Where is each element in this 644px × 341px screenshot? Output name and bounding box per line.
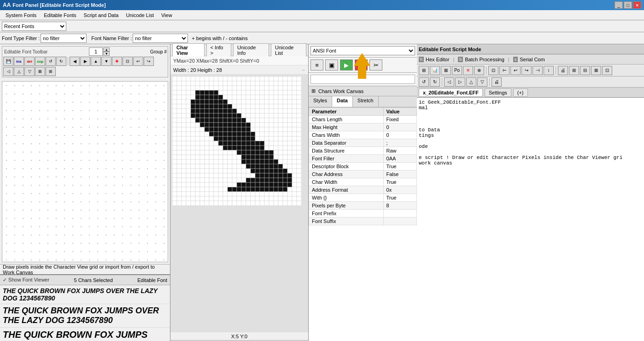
batch-label[interactable]: Batch Processing (465, 57, 504, 62)
far-right-content[interactable]: ic Geek_20Editable_Font.EFFmal to Datati… (417, 98, 644, 341)
fr-btn-10[interactable]: ↪ (521, 66, 532, 75)
begins-with-label: + begins with / - contains (192, 35, 247, 41)
fr-btn-4[interactable]: Po (452, 66, 462, 75)
fr-btn-14[interactable]: ⊞ (569, 66, 579, 75)
minimize-button[interactable]: _ (615, 1, 623, 9)
tab-info[interactable]: < Info > (206, 43, 231, 57)
load-btn[interactable]: 💾 (3, 57, 13, 66)
serial-label[interactable]: Serial Com (520, 57, 544, 62)
table-cell: Font Filler (309, 155, 384, 163)
menu-editable-fonts[interactable]: Editable Fonts (40, 12, 80, 19)
group-spinner[interactable]: ▲ ▼ (89, 47, 110, 56)
btn-a[interactable]: ✚ (112, 57, 122, 66)
delete-btn[interactable]: del (24, 57, 35, 66)
font-type-filter-dropdown[interactable]: no filter (41, 34, 87, 43)
fr-btn-9[interactable]: ↩ (510, 66, 521, 75)
menu-script-data[interactable]: Script and Data (80, 12, 123, 19)
code-line (419, 116, 642, 122)
tab-unicode-list[interactable]: Unicode List (271, 43, 306, 57)
table-row: Font Prefix (309, 210, 417, 218)
fr-btn-7[interactable]: ⊡ (488, 66, 498, 75)
tab-add[interactable]: (+) (513, 88, 528, 97)
fr-btn-d[interactable]: ▽ (477, 77, 487, 87)
table-row: Data StructureRaw (309, 147, 417, 155)
far-right-file-tabs: x_20Editable_Font.EFF Settings (+) (417, 88, 644, 98)
group-label: Group # (150, 49, 167, 54)
group-input[interactable] (89, 47, 103, 56)
btn-h[interactable]: ⊠ (35, 67, 45, 76)
data-tabs: Styles Data Stretch (309, 96, 417, 107)
show-font-viewer-check[interactable]: ✓ Show Font Viewer (3, 277, 49, 283)
menu-view[interactable]: View (158, 12, 176, 19)
spin-up[interactable]: ▲ (103, 47, 110, 52)
table-cell: True (383, 178, 416, 186)
scissors-btn[interactable]: ✂ (369, 59, 382, 71)
info-btn[interactable]: ▣ (325, 59, 338, 71)
tab-settings[interactable]: Settings (485, 88, 511, 97)
fr-btn-17[interactable]: ⊡ (602, 66, 612, 75)
btn-c[interactable]: ↩ (133, 57, 143, 66)
fr-btn-5[interactable]: ✕ (463, 66, 473, 75)
tab-unicode-info[interactable]: Unicode Info (233, 43, 269, 57)
right-btn[interactable]: ▶ (80, 57, 90, 66)
tab-styles[interactable]: Styles (309, 96, 332, 107)
fr-btn-2[interactable]: 📊 (430, 66, 440, 75)
fr-btn-undo[interactable]: ↺ (419, 77, 429, 87)
right-search-input[interactable] (310, 75, 415, 84)
copy-btn[interactable]: cop (35, 57, 45, 66)
char-grid-canvas[interactable] (2, 81, 168, 262)
btn-d[interactable]: ↪ (144, 57, 154, 66)
maximize-button[interactable]: □ (624, 1, 632, 9)
stop-btn[interactable]: ⏹ (355, 59, 368, 71)
char-pixel-grid-area[interactable] (170, 75, 308, 332)
char-size-bar: Width : 20 Heigth : 28 ↔ (170, 65, 308, 75)
left-btn[interactable]: ◀ (70, 57, 80, 66)
btn-b[interactable]: ⊡ (123, 57, 133, 66)
hex-editor-label[interactable]: Hex Editor (426, 57, 449, 62)
recent-fonts-dropdown[interactable]: Recent Fonts (2, 22, 66, 31)
undo-btn[interactable]: ↺ (46, 57, 56, 66)
fr-btn-6[interactable]: ⊕ (474, 66, 484, 75)
down-btn[interactable]: ▼ (101, 57, 111, 66)
play-btn[interactable]: ▶ (340, 59, 353, 71)
code-line (419, 149, 642, 155)
spin-down[interactable]: ▼ (103, 52, 110, 56)
pixel-canvas[interactable] (172, 76, 301, 206)
fr-btn-16[interactable]: ⊠ (591, 66, 601, 75)
fr-btn-redo[interactable]: ↻ (430, 77, 440, 87)
tab-eff-file[interactable]: x_20Editable_Font.EFF (419, 88, 483, 97)
fr-btn-12[interactable]: ↕ (544, 66, 554, 75)
fr-btn-8[interactable]: ⊢ (499, 66, 509, 75)
ansi-font-dropdown[interactable]: ANSI Font (310, 46, 415, 55)
col-value: Value (383, 108, 416, 116)
fr-btn-print[interactable]: 🖨 (492, 77, 502, 87)
font-preview-rows: THE QUICK BROWN FOX JUMPS OVER THE LAZY … (0, 285, 170, 341)
table-cell: Fixed (383, 116, 416, 123)
menu-system-fonts[interactable]: System Fonts (2, 12, 40, 19)
up-btn[interactable]: ▲ (91, 57, 101, 66)
table-cell: 0 (383, 131, 416, 139)
btn-g[interactable]: ▽ (24, 67, 35, 76)
table-cell: Data Structure (309, 147, 384, 155)
table-cell: Data Separator (309, 139, 384, 147)
tab-stretch[interactable]: Stretch (353, 96, 379, 107)
menu-unicode-list[interactable]: Unicode List (122, 12, 158, 19)
fr-btn-3[interactable]: ⊠ (441, 66, 451, 75)
fr-btn-15[interactable]: ⊟ (580, 66, 590, 75)
fr-btn-l[interactable]: ◁ (444, 77, 454, 87)
insert-btn[interactable]: ins (14, 57, 24, 66)
fr-btn-13[interactable]: 🖨 (558, 66, 568, 75)
hamburger-btn[interactable]: ≡ (310, 59, 323, 71)
fr-btn-1[interactable]: ⊞ (419, 66, 429, 75)
btn-f[interactable]: △ (14, 67, 24, 76)
btn-e[interactable]: ◁ (3, 67, 13, 76)
font-name-filter-dropdown[interactable]: no filter (133, 34, 188, 43)
close-button[interactable]: ✕ (633, 1, 641, 9)
fr-btn-r[interactable]: ▷ (455, 77, 465, 87)
tab-char-view[interactable]: Char View (172, 43, 205, 57)
tab-data[interactable]: Data (332, 96, 353, 107)
fr-btn-11[interactable]: ⊣ (533, 66, 543, 75)
redo-btn[interactable]: ↻ (56, 57, 66, 66)
fr-btn-u[interactable]: △ (466, 77, 476, 87)
btn-i[interactable]: ⊞ (46, 67, 56, 76)
